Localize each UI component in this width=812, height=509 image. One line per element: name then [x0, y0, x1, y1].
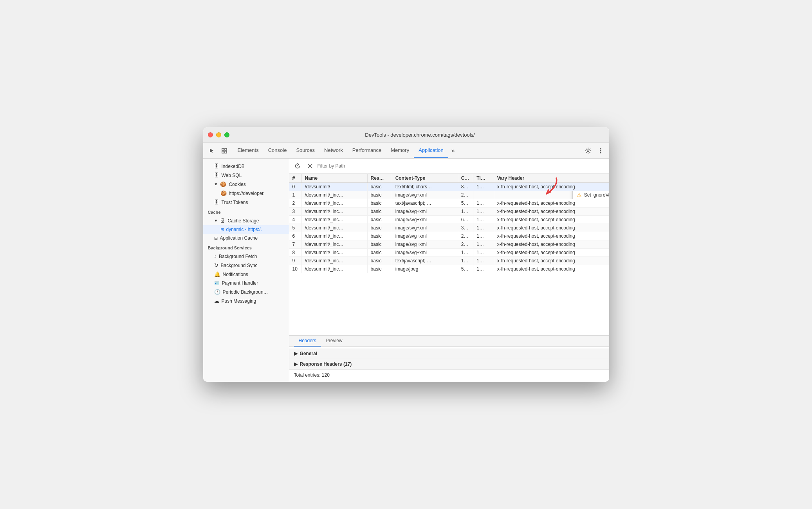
general-section-header[interactable]: ▶ General — [289, 348, 609, 359]
grid-icon: ⊞ — [214, 236, 218, 241]
filter-bar — [289, 159, 609, 174]
minimize-button[interactable] — [216, 132, 221, 137]
svg-point-7 — [600, 152, 601, 153]
close-button[interactable] — [208, 132, 213, 137]
cookie-icon: 🍪 — [220, 190, 227, 196]
cell-ti: 1… — [473, 249, 494, 257]
cursor-icon[interactable] — [206, 145, 217, 156]
bg-fetch-icon: ↕ — [214, 253, 217, 259]
tooltip-text: Set ignoreVary to true when matching thi… — [584, 192, 609, 198]
tab-application[interactable]: Application — [414, 143, 448, 158]
col-header-c[interactable]: C… — [458, 174, 473, 183]
cache-table: # Name Res… Content-Type C… Ti… Vary Hea… — [289, 174, 609, 273]
table-body: 0/devsummit/basictext/html; chars…8…1…x-… — [289, 183, 609, 273]
sidebar-item-payment-handler[interactable]: 🪪 Payment Handler — [203, 279, 289, 287]
sidebar-item-trust-tokens[interactable]: 🗄 Trust Tokens — [203, 198, 289, 207]
tab-memory[interactable]: Memory — [386, 143, 414, 158]
cell-num: 6 — [289, 232, 302, 240]
devtools-window: DevTools - developer.chrome.com/tags/dev… — [203, 127, 609, 382]
tab-network[interactable]: Network — [319, 143, 348, 158]
table-row[interactable]: 0/devsummit/basictext/html; chars…8…1…x-… — [289, 183, 609, 191]
cell-c: 1… — [458, 257, 473, 265]
sidebar-item-cookies[interactable]: ▼ 🍪 Cookies — [203, 180, 289, 189]
cell-vh: x-fh-requested-host, accept-encoding — [494, 265, 609, 273]
col-header-ti[interactable]: Ti… — [473, 174, 494, 183]
table-row[interactable]: 7/devsummit/_inc…basicimage/svg+xml2…1…x… — [289, 240, 609, 249]
inspect-icon[interactable] — [219, 145, 230, 156]
sidebar-item-indexeddb[interactable]: 🗄 IndexedDB — [203, 162, 289, 171]
total-entries: Total entries: 120 — [289, 370, 609, 380]
sidebar-item-label: Periodic Backgroun… — [223, 289, 268, 295]
table-row[interactable]: 6/devsummit/_inc…basicimage/svg+xml2…1…x… — [289, 232, 609, 240]
bell-icon: 🔔 — [214, 271, 220, 277]
sidebar-item-dynamic[interactable]: ⊞ dynamic - https:/. — [203, 225, 289, 234]
sidebar-item-app-cache[interactable]: ⊞ Application Cache — [203, 234, 289, 242]
cookie-icon: 🍪 — [220, 181, 226, 187]
tab-actions — [583, 143, 606, 158]
cell-ti: 1… — [473, 183, 494, 191]
chevron-down-icon: ▼ — [214, 218, 218, 223]
col-header-name[interactable]: Name — [301, 174, 367, 183]
sidebar-item-websql[interactable]: 🗄 Web SQL — [203, 171, 289, 180]
cell-num: 8 — [289, 249, 302, 257]
col-header-ct[interactable]: Content-Type — [392, 174, 458, 183]
cell-res: basic — [367, 257, 392, 265]
sidebar-item-periodic-bg[interactable]: 🕐 Periodic Backgroun… — [203, 287, 289, 296]
tab-headers[interactable]: Headers — [294, 336, 321, 347]
cell-c: 5… — [458, 199, 473, 208]
sidebar-item-label: Cache Storage — [227, 218, 259, 224]
tab-console[interactable]: Console — [263, 143, 292, 158]
cell-ct: text/javascript; … — [392, 199, 458, 208]
cell-ct: image/svg+xml — [392, 224, 458, 232]
table-row[interactable]: 10/devsummit/_inc…basicimage/jpeg5…1…x-f… — [289, 265, 609, 273]
svg-point-6 — [600, 150, 601, 151]
sidebar-item-label: Background Sync — [221, 263, 258, 268]
sidebar-item-label: Notifications — [223, 272, 248, 277]
tab-preview[interactable]: Preview — [321, 336, 347, 347]
table-row[interactable]: 3/devsummit/_inc…basicimage/svg+xml1…1…x… — [289, 208, 609, 216]
cell-res: basic — [367, 240, 392, 249]
response-headers-section-header[interactable]: ▶ Response Headers (17) — [289, 359, 609, 370]
cell-vh: x-fh-requested-host, accept-encoding — [494, 249, 609, 257]
table-row[interactable]: 9/devsummit/_inc…basictext/javascript; …… — [289, 257, 609, 265]
cell-num: 3 — [289, 208, 302, 216]
tab-overflow-button[interactable]: » — [448, 143, 458, 158]
cell-name: /devsummit/_inc… — [301, 216, 367, 224]
tab-performance[interactable]: Performance — [348, 143, 386, 158]
settings-icon[interactable] — [583, 145, 594, 156]
tab-elements[interactable]: Elements — [233, 143, 263, 158]
sidebar-item-bg-fetch[interactable]: ↕ Background Fetch — [203, 252, 289, 261]
vary-tooltip: ⚠Set ignoreVary to true when matching th… — [572, 191, 609, 199]
sidebar-item-notifications[interactable]: 🔔 Notifications — [203, 270, 289, 279]
table-row[interactable]: 8/devsummit/_inc…basicimage/svg+xml1…1…x… — [289, 249, 609, 257]
cell-c: 2… — [458, 232, 473, 240]
col-header-res[interactable]: Res… — [367, 174, 392, 183]
table-row[interactable]: 4/devsummit/_inc…basicimage/svg+xml6…1…x… — [289, 216, 609, 224]
sidebar-item-label: Background Fetch — [219, 254, 257, 259]
col-header-num[interactable]: # — [289, 174, 302, 183]
chevron-down-icon: ▼ — [214, 182, 218, 186]
bottom-content: ▶ General ▶ Response Headers (17) Total … — [289, 347, 609, 382]
more-icon[interactable] — [595, 145, 606, 156]
table-row[interactable]: 1/devsummit/_inc…basicimage/svg+xml2…⚠Se… — [289, 191, 609, 199]
cell-vh: x-fh-requested-host, accept-encoding — [494, 224, 609, 232]
maximize-button[interactable] — [224, 132, 229, 137]
table-area[interactable]: # Name Res… Content-Type C… Ti… Vary Hea… — [289, 174, 609, 335]
refresh-button[interactable] — [292, 161, 303, 171]
sidebar-item-bg-sync[interactable]: ↻ Background Sync — [203, 261, 289, 270]
filter-input[interactable] — [318, 163, 606, 169]
sidebar-item-push-messaging[interactable]: ☁ Push Messaging — [203, 296, 289, 305]
table-row[interactable]: 5/devsummit/_inc…basicimage/svg+xml3…1…x… — [289, 224, 609, 232]
chevron-right-icon: ▶ — [294, 361, 298, 367]
sidebar-item-cache-storage[interactable]: ▼ 🗄 Cache Storage — [203, 216, 289, 225]
cell-name: /devsummit/_inc… — [301, 249, 367, 257]
window-title: DevTools - developer.chrome.com/tags/dev… — [236, 132, 604, 138]
database-icon: 🗄 — [214, 199, 219, 205]
response-headers-section-label: Response Headers (17) — [300, 361, 352, 367]
cell-name: /devsummit/_inc… — [301, 232, 367, 240]
tab-sources[interactable]: Sources — [291, 143, 319, 158]
clear-button[interactable] — [305, 161, 315, 171]
sidebar-item-cookies-https[interactable]: 🍪 https://developer. — [203, 189, 289, 198]
table-row[interactable]: 2/devsummit/_inc…basictext/javascript; …… — [289, 199, 609, 208]
cell-vh: x-fh-requested-host, accept-encoding — [494, 208, 609, 216]
